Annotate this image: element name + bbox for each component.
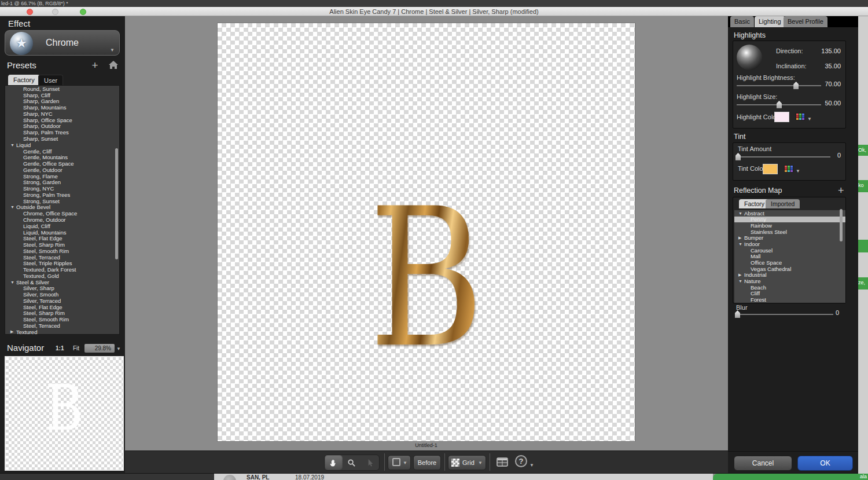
- reflection-row[interactable]: Office Space: [734, 259, 845, 266]
- preset-row[interactable]: Strong, Sunset: [5, 198, 119, 204]
- preset-row[interactable]: Steel, Smooth Rim: [5, 316, 119, 323]
- preset-row[interactable]: Chrome, Office Space: [5, 210, 119, 217]
- preset-row[interactable]: Sharp, NYC: [5, 111, 119, 117]
- ok-button[interactable]: OK: [797, 456, 853, 471]
- preset-row[interactable]: Strong, NYC: [5, 185, 119, 192]
- tree-toggle-icon[interactable]: ▼: [10, 205, 16, 209]
- preset-row[interactable]: Sharp, Outdoor: [5, 123, 119, 130]
- slider-thumb[interactable]: [777, 101, 782, 108]
- tint-color-swatch[interactable]: [763, 164, 778, 174]
- tree-toggle-icon[interactable]: ▼: [10, 280, 16, 284]
- color-picker-icon[interactable]: [796, 112, 805, 123]
- navigator-zoom-value[interactable]: 29.8%: [84, 344, 115, 353]
- preset-row[interactable]: Gentle, Outdoor: [5, 167, 119, 173]
- highlight-brightness-value[interactable]: 70.00: [806, 80, 841, 87]
- add-preset-button[interactable]: +: [90, 59, 100, 72]
- preset-row[interactable]: Sharp, Palm Trees: [5, 129, 119, 135]
- slider-thumb[interactable]: [793, 82, 799, 89]
- effect-dropdown[interactable]: ★ Chrome ▼: [5, 30, 120, 56]
- reflection-row[interactable]: ▶ Industrial: [734, 272, 845, 279]
- preview-canvas[interactable]: B: [217, 23, 635, 442]
- preset-row[interactable]: ▼ Liquid: [5, 142, 119, 148]
- reflection-tab-imported[interactable]: Imported: [766, 199, 800, 208]
- preset-row[interactable]: Steel, Sharp Rim: [5, 310, 119, 317]
- reflection-row[interactable]: ▼ Nature: [734, 278, 845, 284]
- highlight-color-swatch[interactable]: [774, 112, 789, 122]
- navigator-fit-button[interactable]: Fit: [73, 345, 79, 351]
- tab-bevel-profile[interactable]: Bevel Profile: [784, 16, 827, 27]
- preset-row[interactable]: Sharp, Mountains: [5, 104, 119, 111]
- preset-row[interactable]: Liquid, Cliff: [5, 223, 119, 229]
- light-direction-sphere[interactable]: [737, 45, 762, 70]
- reflection-row[interactable]: Cliff: [734, 291, 845, 297]
- highlight-size-value[interactable]: 50.00: [806, 100, 841, 107]
- preset-row[interactable]: ▼ Steel & Silver: [5, 279, 119, 285]
- tree-toggle-icon[interactable]: ▼: [738, 211, 744, 215]
- preset-row[interactable]: Textured, Dark Forest: [5, 266, 119, 273]
- select-tool-button[interactable]: [361, 455, 379, 470]
- preset-row[interactable]: Strong, Flame: [5, 173, 119, 179]
- preset-row[interactable]: ▼ Outside Bevel: [5, 204, 119, 211]
- reflection-row[interactable]: Beach: [734, 284, 845, 291]
- reflection-row[interactable]: ▼ Abstract: [734, 210, 845, 217]
- cancel-button[interactable]: Cancel: [734, 456, 792, 471]
- preset-row[interactable]: Chrome, Outdoor: [5, 217, 119, 223]
- preset-row[interactable]: Steel, Flat Edge: [5, 304, 119, 310]
- navigator-1to1-button[interactable]: 1:1: [56, 345, 64, 351]
- view-mode-dropdown[interactable]: ▼: [388, 455, 411, 470]
- preset-row[interactable]: Sharp, Cliff: [5, 92, 119, 98]
- tree-toggle-icon[interactable]: ▼: [738, 279, 744, 283]
- close-window-button[interactable]: [27, 9, 33, 15]
- navigator-preview[interactable]: B: [5, 356, 124, 471]
- reflection-list-scrollbar[interactable]: [840, 209, 843, 241]
- preset-row[interactable]: Round, Sunset: [5, 86, 119, 92]
- preset-row[interactable]: Sharp, Office Space: [5, 117, 119, 123]
- preset-row[interactable]: Gentle, Cliff: [5, 148, 119, 155]
- chevron-down-icon[interactable]: ▼: [807, 117, 812, 122]
- before-button[interactable]: Before: [413, 455, 441, 470]
- tab-basic[interactable]: Basic: [730, 16, 754, 27]
- home-icon[interactable]: [109, 61, 118, 71]
- zoom-tool-button[interactable]: [343, 455, 361, 470]
- preset-row[interactable]: Strong, Palm Trees: [5, 192, 119, 198]
- add-reflection-map-button[interactable]: +: [838, 185, 844, 197]
- tree-toggle-icon[interactable]: ▼: [10, 143, 16, 147]
- background-grid-dropdown[interactable]: Grid ▼: [448, 455, 486, 470]
- preset-row[interactable]: Steel, Smooth Rim: [5, 248, 119, 254]
- blur-value[interactable]: 0: [804, 309, 839, 316]
- preset-row[interactable]: Silver, Terraced: [5, 298, 119, 304]
- preset-row[interactable]: Liquid, Mountains: [5, 229, 119, 236]
- reflection-row[interactable]: Stainless Steel: [734, 229, 845, 235]
- chevron-down-icon[interactable]: ▼: [116, 347, 121, 351]
- preset-row[interactable]: ▶ Textured: [5, 329, 119, 335]
- preset-row[interactable]: Steel, Flat Edge: [5, 235, 119, 241]
- reflection-row[interactable]: Forest: [734, 296, 845, 303]
- tree-toggle-icon[interactable]: ▼: [738, 242, 744, 246]
- tree-toggle-icon[interactable]: ▶: [738, 273, 744, 277]
- slider-thumb[interactable]: [735, 310, 740, 318]
- tree-toggle-icon[interactable]: ▶: [738, 236, 744, 240]
- zoom-window-button[interactable]: [80, 9, 86, 15]
- panels-toggle-button[interactable]: [495, 456, 509, 468]
- presets-tab-factory[interactable]: Factory: [8, 75, 40, 85]
- preset-row[interactable]: Strong, Garden: [5, 179, 119, 185]
- minimize-window-button[interactable]: [52, 9, 58, 15]
- help-button[interactable]: ?: [515, 455, 527, 467]
- preset-row[interactable]: Sharp, Garden: [5, 98, 119, 105]
- preset-row[interactable]: Steel, Sharp Rim: [5, 241, 119, 248]
- tint-amount-value[interactable]: 0: [806, 152, 841, 159]
- chevron-down-icon[interactable]: ▼: [796, 169, 800, 174]
- direction-value[interactable]: 135.00: [806, 47, 841, 54]
- reflection-row[interactable]: ▶ Bumper: [734, 235, 845, 241]
- preset-row[interactable]: Silver, Smooth: [5, 291, 119, 298]
- reflection-row[interactable]: ▼ Indoor: [734, 241, 845, 247]
- preset-list-scrollbar[interactable]: [115, 148, 118, 259]
- reflection-row[interactable]: Vegas Cathedral: [734, 266, 845, 272]
- reflection-row[interactable]: Rainbow: [734, 222, 845, 229]
- preset-row[interactable]: Sharp, Sunset: [5, 135, 119, 142]
- reflection-row[interactable]: Mall: [734, 254, 845, 260]
- reflection-row[interactable]: Penny: [734, 217, 845, 223]
- reflection-row[interactable]: Carousel: [734, 247, 845, 254]
- tab-lighting[interactable]: Lighting: [755, 16, 785, 27]
- tree-toggle-icon[interactable]: ▶: [10, 329, 16, 334]
